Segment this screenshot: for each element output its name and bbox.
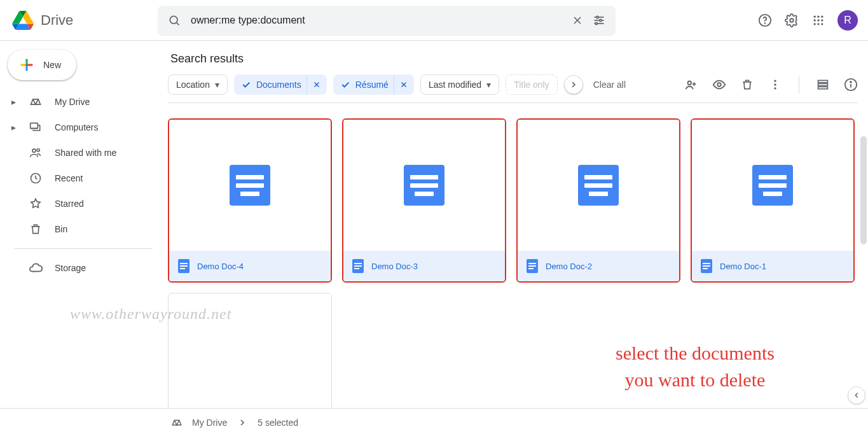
location-bar: My Drive 5 selected	[0, 408, 868, 436]
chip-remove-icon[interactable]	[307, 75, 326, 94]
nav-label: Shared with me	[55, 148, 116, 158]
file-card[interactable]: Demo Doc-3	[342, 118, 506, 283]
chevron-right-icon: ▸	[10, 122, 17, 132]
svg-point-13	[814, 15, 816, 17]
chevron-down-icon: ▾	[486, 80, 491, 90]
file-card[interactable]: Demo Doc-4	[168, 118, 332, 283]
docs-icon	[752, 165, 793, 206]
file-caption: Demo Doc-3	[343, 251, 505, 281]
shared-icon	[28, 145, 43, 160]
docs-icon	[230, 165, 270, 206]
drive-logo-icon[interactable]	[10, 8, 36, 33]
file-caption: Demo Doc-1	[692, 251, 853, 281]
file-card[interactable]	[168, 293, 332, 408]
file-name: Demo Doc-2	[546, 262, 592, 271]
svg-point-17	[817, 19, 819, 21]
file-name: Demo Doc-3	[371, 262, 418, 271]
svg-point-15	[821, 15, 823, 17]
scrollbar[interactable]	[860, 136, 867, 244]
chip-label: Last modified	[429, 80, 481, 90]
filter-row: Location ▾ Documents Résumé Last modifie…	[168, 74, 858, 103]
nav-label: Recent	[55, 173, 83, 183]
file-card[interactable]: Demo Doc-2	[516, 118, 680, 283]
chip-remove-icon[interactable]	[394, 75, 413, 94]
delete-icon[interactable]	[740, 78, 754, 92]
svg-line-1	[177, 22, 179, 25]
location-label[interactable]: My Drive	[192, 418, 227, 428]
cloud-icon	[28, 260, 43, 276]
nav-my-drive[interactable]: ▸ My Drive	[5, 89, 153, 115]
svg-point-31	[688, 81, 692, 85]
details-icon[interactable]	[844, 78, 858, 92]
svg-point-24	[32, 149, 36, 152]
toolbar-actions	[684, 76, 858, 94]
nav-computers[interactable]: ▸ Computers	[5, 115, 153, 140]
more-icon[interactable]	[768, 78, 782, 92]
main: Search results Location ▾ Documents Résu…	[158, 41, 868, 408]
chip-documents[interactable]: Documents	[234, 74, 327, 95]
docs-icon	[178, 259, 189, 273]
svg-rect-38	[818, 87, 828, 88]
chip-title-only[interactable]: Title only	[506, 74, 558, 95]
chip-label: Documents	[256, 80, 301, 90]
files-grid: Demo Doc-4 Demo Doc-3 Demo Doc-2	[168, 103, 858, 283]
chip-last-modified[interactable]: Last modified ▾	[420, 74, 499, 95]
svg-point-12	[790, 18, 794, 22]
svg-point-32	[717, 83, 721, 87]
nav-recent[interactable]: Recent	[5, 165, 153, 191]
apps-icon[interactable]	[811, 13, 826, 28]
header: Drive R	[0, 0, 868, 41]
file-caption: Demo Doc-2	[518, 251, 679, 281]
chevron-right-icon: ▸	[10, 97, 17, 107]
svg-point-20	[817, 23, 819, 25]
search-bar[interactable]	[158, 6, 616, 35]
share-icon[interactable]	[684, 78, 698, 92]
new-button-label: New	[43, 60, 61, 70]
svg-point-25	[37, 149, 39, 151]
svg-point-11	[765, 23, 766, 24]
preview-icon[interactable]	[712, 78, 726, 92]
file-thumbnail	[169, 120, 331, 251]
svg-point-5	[596, 16, 598, 18]
page-title: Search results	[168, 41, 858, 74]
account-avatar[interactable]: R	[837, 10, 858, 31]
recent-icon	[28, 171, 43, 186]
nav-starred[interactable]: Starred	[5, 191, 153, 216]
file-thumbnail	[692, 120, 853, 251]
chip-label: Title only	[514, 80, 549, 90]
nav-bin[interactable]: Bin	[5, 216, 153, 242]
bin-icon	[28, 222, 43, 237]
nav-shared[interactable]: Shared with me	[5, 140, 153, 165]
svg-rect-23	[31, 123, 38, 128]
chip-scroll-right[interactable]	[564, 75, 583, 94]
svg-point-33	[774, 80, 776, 82]
help-icon[interactable]	[757, 13, 773, 28]
file-caption: Demo Doc-4	[169, 251, 331, 281]
computers-icon	[28, 120, 43, 135]
chevron-down-icon: ▾	[215, 80, 219, 90]
nav-label: Computers	[55, 122, 98, 132]
file-name: Demo Doc-4	[197, 262, 244, 271]
file-thumbnail	[518, 120, 679, 251]
file-card[interactable]: Demo Doc-1	[691, 118, 855, 283]
nav-storage[interactable]: Storage	[5, 255, 153, 281]
svg-point-9	[595, 22, 597, 24]
svg-point-16	[814, 19, 816, 21]
svg-point-21	[821, 23, 823, 25]
chip-resume[interactable]: Résumé	[333, 74, 414, 95]
search-icon[interactable]	[167, 13, 182, 28]
chip-location[interactable]: Location ▾	[168, 74, 228, 95]
clear-all-button[interactable]: Clear all	[589, 80, 630, 90]
side-panel-toggle[interactable]	[848, 386, 865, 404]
search-input[interactable]	[182, 15, 570, 26]
search-options-icon[interactable]	[591, 13, 607, 28]
mydrive-icon	[170, 416, 183, 429]
svg-point-35	[774, 87, 776, 89]
svg-point-18	[821, 19, 823, 21]
clear-search-icon[interactable]	[570, 13, 585, 28]
product-name: Drive	[41, 12, 73, 29]
selection-count: 5 selected	[258, 418, 298, 428]
new-button[interactable]: New	[8, 50, 76, 80]
list-view-icon[interactable]	[816, 78, 830, 92]
settings-icon[interactable]	[784, 13, 799, 28]
